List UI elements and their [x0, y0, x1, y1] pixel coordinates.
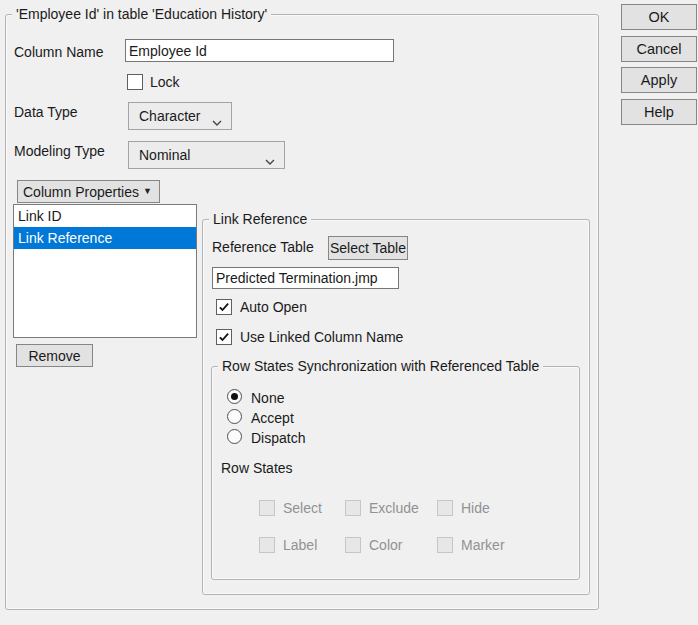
radio-dispatch[interactable] [227, 429, 242, 444]
lock-checkbox-label: Lock [150, 73, 180, 91]
modeling-type-dropdown[interactable]: Nominal [128, 141, 285, 169]
modeling-type-label: Modeling Type [14, 142, 105, 160]
dialog-title: 'Employee Id' in table 'Education Histor… [12, 5, 271, 23]
hide-checkbox[interactable] [437, 500, 453, 516]
list-item-link-reference[interactable]: Link Reference [14, 227, 196, 249]
modeling-type-value: Nominal [139, 147, 190, 163]
column-properties-button-label: Column Properties [23, 184, 139, 200]
help-button[interactable]: Help [621, 99, 697, 125]
radio-accept-label: Accept [251, 409, 294, 427]
use-linked-column-name-checkbox[interactable] [216, 329, 232, 345]
apply-button[interactable]: Apply [621, 67, 697, 93]
auto-open-label: Auto Open [240, 298, 307, 316]
cancel-button[interactable]: Cancel [621, 36, 697, 62]
marker-checkbox[interactable] [437, 537, 453, 553]
list-item-link-id[interactable]: Link ID [14, 205, 196, 227]
column-name-input[interactable] [125, 39, 394, 62]
color-checkbox[interactable] [345, 537, 361, 553]
checkmark-icon [218, 331, 230, 343]
dropdown-arrow-icon: ▼ [143, 187, 152, 196]
hide-checkbox-label: Hide [461, 499, 490, 517]
select-checkbox-label: Select [283, 499, 322, 517]
row-states-sync-title: Row States Synchronization with Referenc… [218, 357, 543, 375]
marker-checkbox-label: Marker [461, 536, 505, 554]
reference-table-label: Reference Table [212, 238, 314, 256]
remove-button[interactable]: Remove [16, 344, 93, 367]
use-linked-column-name-label: Use Linked Column Name [240, 328, 403, 346]
radio-accept[interactable] [227, 409, 242, 424]
color-checkbox-label: Color [369, 536, 402, 554]
lock-checkbox[interactable] [127, 74, 143, 90]
ok-button[interactable]: OK [621, 4, 697, 30]
exclude-checkbox-label: Exclude [369, 499, 419, 517]
auto-open-checkbox[interactable] [216, 299, 232, 315]
exclude-checkbox[interactable] [345, 500, 361, 516]
column-properties-button[interactable]: Column Properties ▼ [17, 180, 160, 203]
data-type-label: Data Type [14, 103, 78, 121]
radio-none-label: None [251, 389, 284, 407]
chevron-down-icon [265, 152, 275, 168]
radio-none[interactable] [227, 389, 242, 404]
data-type-value: Character [139, 108, 200, 124]
reference-table-input[interactable] [212, 267, 399, 289]
label-checkbox[interactable] [259, 537, 275, 553]
column-name-label: Column Name [14, 43, 103, 61]
column-properties-list: Link ID Link Reference [13, 204, 197, 338]
chevron-down-icon [212, 113, 222, 129]
label-checkbox-label: Label [283, 536, 317, 554]
checkmark-icon [218, 301, 230, 313]
data-type-dropdown[interactable]: Character [128, 102, 232, 130]
select-checkbox[interactable] [259, 500, 275, 516]
select-table-button[interactable]: Select Table [328, 236, 408, 260]
link-reference-title: Link Reference [209, 210, 311, 228]
row-states-label: Row States [221, 459, 293, 477]
radio-dispatch-label: Dispatch [251, 429, 305, 447]
